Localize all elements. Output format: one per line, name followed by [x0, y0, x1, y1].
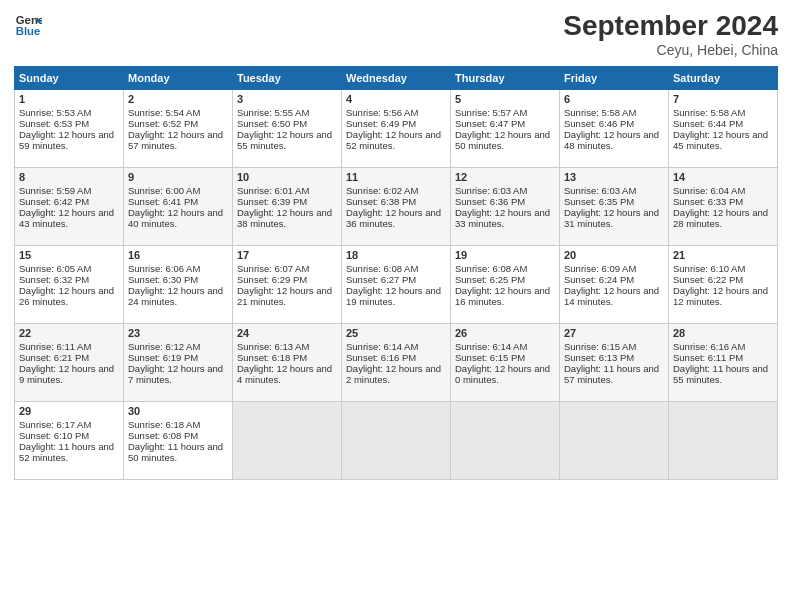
sunset-text: Sunset: 6:46 PM	[564, 118, 664, 129]
col-monday: Monday	[124, 67, 233, 90]
sunset-text: Sunset: 6:42 PM	[19, 196, 119, 207]
daylight-text: Daylight: 12 hours and 52 minutes.	[346, 129, 446, 151]
day-number: 17	[237, 249, 337, 261]
sunrise-text: Sunrise: 5:54 AM	[128, 107, 228, 118]
sunset-text: Sunset: 6:49 PM	[346, 118, 446, 129]
col-tuesday: Tuesday	[233, 67, 342, 90]
sunrise-text: Sunrise: 6:00 AM	[128, 185, 228, 196]
day-number: 13	[564, 171, 664, 183]
daylight-text: Daylight: 12 hours and 55 minutes.	[237, 129, 337, 151]
daylight-text: Daylight: 12 hours and 19 minutes.	[346, 285, 446, 307]
sunset-text: Sunset: 6:21 PM	[19, 352, 119, 363]
sunset-text: Sunset: 6:41 PM	[128, 196, 228, 207]
sunrise-text: Sunrise: 6:03 AM	[455, 185, 555, 196]
sunrise-text: Sunrise: 6:13 AM	[237, 341, 337, 352]
location: Ceyu, Hebei, China	[563, 42, 778, 58]
title-block: September 2024 Ceyu, Hebei, China	[563, 10, 778, 58]
daylight-text: Daylight: 12 hours and 33 minutes.	[455, 207, 555, 229]
sunrise-text: Sunrise: 5:55 AM	[237, 107, 337, 118]
day-number: 24	[237, 327, 337, 339]
day-number: 4	[346, 93, 446, 105]
sunset-text: Sunset: 6:44 PM	[673, 118, 773, 129]
table-row: 11Sunrise: 6:02 AMSunset: 6:38 PMDayligh…	[342, 168, 451, 246]
sunset-text: Sunset: 6:25 PM	[455, 274, 555, 285]
day-number: 12	[455, 171, 555, 183]
table-row: 20Sunrise: 6:09 AMSunset: 6:24 PMDayligh…	[560, 246, 669, 324]
sunrise-text: Sunrise: 6:17 AM	[19, 419, 119, 430]
daylight-text: Daylight: 12 hours and 59 minutes.	[19, 129, 119, 151]
table-row: 10Sunrise: 6:01 AMSunset: 6:39 PMDayligh…	[233, 168, 342, 246]
day-number: 1	[19, 93, 119, 105]
table-row: 17Sunrise: 6:07 AMSunset: 6:29 PMDayligh…	[233, 246, 342, 324]
daylight-text: Daylight: 12 hours and 40 minutes.	[128, 207, 228, 229]
table-row	[342, 402, 451, 480]
calendar-week-1: 1Sunrise: 5:53 AMSunset: 6:53 PMDaylight…	[15, 90, 778, 168]
table-row: 5Sunrise: 5:57 AMSunset: 6:47 PMDaylight…	[451, 90, 560, 168]
calendar-week-4: 22Sunrise: 6:11 AMSunset: 6:21 PMDayligh…	[15, 324, 778, 402]
daylight-text: Daylight: 12 hours and 7 minutes.	[128, 363, 228, 385]
daylight-text: Daylight: 12 hours and 45 minutes.	[673, 129, 773, 151]
daylight-text: Daylight: 12 hours and 43 minutes.	[19, 207, 119, 229]
sunrise-text: Sunrise: 6:10 AM	[673, 263, 773, 274]
table-row: 9Sunrise: 6:00 AMSunset: 6:41 PMDaylight…	[124, 168, 233, 246]
table-row: 27Sunrise: 6:15 AMSunset: 6:13 PMDayligh…	[560, 324, 669, 402]
day-number: 18	[346, 249, 446, 261]
col-thursday: Thursday	[451, 67, 560, 90]
sunrise-text: Sunrise: 5:58 AM	[673, 107, 773, 118]
table-row: 4Sunrise: 5:56 AMSunset: 6:49 PMDaylight…	[342, 90, 451, 168]
sunrise-text: Sunrise: 5:59 AM	[19, 185, 119, 196]
sunset-text: Sunset: 6:10 PM	[19, 430, 119, 441]
calendar-week-5: 29Sunrise: 6:17 AMSunset: 6:10 PMDayligh…	[15, 402, 778, 480]
sunrise-text: Sunrise: 6:12 AM	[128, 341, 228, 352]
sunset-text: Sunset: 6:35 PM	[564, 196, 664, 207]
sunrise-text: Sunrise: 6:11 AM	[19, 341, 119, 352]
sunrise-text: Sunrise: 5:56 AM	[346, 107, 446, 118]
sunrise-text: Sunrise: 6:05 AM	[19, 263, 119, 274]
calendar-week-2: 8Sunrise: 5:59 AMSunset: 6:42 PMDaylight…	[15, 168, 778, 246]
sunset-text: Sunset: 6:53 PM	[19, 118, 119, 129]
sunset-text: Sunset: 6:33 PM	[673, 196, 773, 207]
header-row: Sunday Monday Tuesday Wednesday Thursday…	[15, 67, 778, 90]
sunrise-text: Sunrise: 6:07 AM	[237, 263, 337, 274]
sunset-text: Sunset: 6:47 PM	[455, 118, 555, 129]
day-number: 27	[564, 327, 664, 339]
sunset-text: Sunset: 6:38 PM	[346, 196, 446, 207]
sunrise-text: Sunrise: 6:02 AM	[346, 185, 446, 196]
sunset-text: Sunset: 6:27 PM	[346, 274, 446, 285]
table-row: 7Sunrise: 5:58 AMSunset: 6:44 PMDaylight…	[669, 90, 778, 168]
table-row: 14Sunrise: 6:04 AMSunset: 6:33 PMDayligh…	[669, 168, 778, 246]
sunset-text: Sunset: 6:24 PM	[564, 274, 664, 285]
table-row: 23Sunrise: 6:12 AMSunset: 6:19 PMDayligh…	[124, 324, 233, 402]
table-row: 3Sunrise: 5:55 AMSunset: 6:50 PMDaylight…	[233, 90, 342, 168]
sunset-text: Sunset: 6:13 PM	[564, 352, 664, 363]
table-row: 22Sunrise: 6:11 AMSunset: 6:21 PMDayligh…	[15, 324, 124, 402]
sunset-text: Sunset: 6:15 PM	[455, 352, 555, 363]
sunrise-text: Sunrise: 6:14 AM	[455, 341, 555, 352]
sunrise-text: Sunrise: 6:08 AM	[455, 263, 555, 274]
page-header: General Blue September 2024 Ceyu, Hebei,…	[14, 10, 778, 58]
table-row: 19Sunrise: 6:08 AMSunset: 6:25 PMDayligh…	[451, 246, 560, 324]
calendar-week-3: 15Sunrise: 6:05 AMSunset: 6:32 PMDayligh…	[15, 246, 778, 324]
day-number: 22	[19, 327, 119, 339]
daylight-text: Daylight: 12 hours and 14 minutes.	[564, 285, 664, 307]
sunrise-text: Sunrise: 6:06 AM	[128, 263, 228, 274]
calendar-table: Sunday Monday Tuesday Wednesday Thursday…	[14, 66, 778, 480]
sunset-text: Sunset: 6:36 PM	[455, 196, 555, 207]
daylight-text: Daylight: 12 hours and 48 minutes.	[564, 129, 664, 151]
day-number: 21	[673, 249, 773, 261]
daylight-text: Daylight: 12 hours and 26 minutes.	[19, 285, 119, 307]
daylight-text: Daylight: 12 hours and 0 minutes.	[455, 363, 555, 385]
table-row: 30Sunrise: 6:18 AMSunset: 6:08 PMDayligh…	[124, 402, 233, 480]
day-number: 19	[455, 249, 555, 261]
day-number: 30	[128, 405, 228, 417]
sunset-text: Sunset: 6:32 PM	[19, 274, 119, 285]
sunrise-text: Sunrise: 6:03 AM	[564, 185, 664, 196]
sunset-text: Sunset: 6:22 PM	[673, 274, 773, 285]
daylight-text: Daylight: 12 hours and 57 minutes.	[128, 129, 228, 151]
sunset-text: Sunset: 6:16 PM	[346, 352, 446, 363]
day-number: 2	[128, 93, 228, 105]
sunset-text: Sunset: 6:39 PM	[237, 196, 337, 207]
day-number: 29	[19, 405, 119, 417]
sunrise-text: Sunrise: 6:16 AM	[673, 341, 773, 352]
table-row: 24Sunrise: 6:13 AMSunset: 6:18 PMDayligh…	[233, 324, 342, 402]
